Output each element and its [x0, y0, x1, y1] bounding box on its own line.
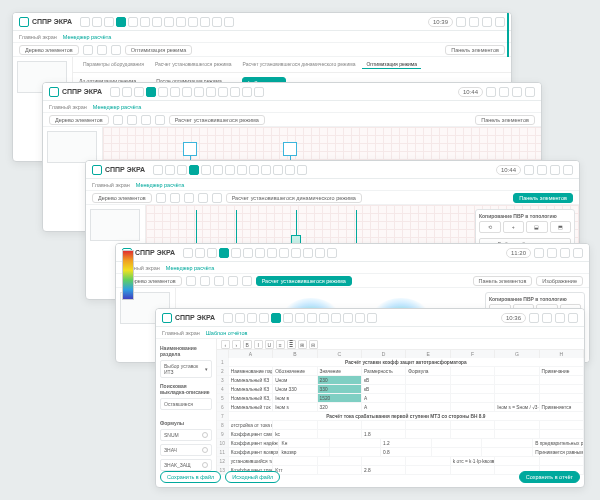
fmt-btn[interactable]: ›	[232, 340, 241, 349]
tool-btn[interactable]	[367, 313, 377, 323]
cell[interactable]: Коэффициент возврата	[229, 448, 280, 456]
panel-btn[interactable]: ⬒	[550, 221, 572, 233]
cell[interactable]: 320	[318, 403, 362, 411]
cell[interactable]: кВ	[362, 385, 406, 393]
table-row[interactable]: 4Номинальный КЗUном 330330кВ	[217, 385, 584, 394]
tool-btn[interactable]	[243, 248, 253, 258]
cell[interactable]	[495, 457, 539, 465]
mini-btn[interactable]	[228, 276, 238, 286]
cell[interactable]	[540, 385, 584, 393]
tool-btn[interactable]	[261, 165, 271, 175]
panel-toggle[interactable]: Панель элементов	[445, 45, 505, 55]
window-btn[interactable]	[542, 313, 552, 323]
source-file-button[interactable]: Исходный файл	[225, 471, 280, 483]
window-btn[interactable]	[534, 248, 544, 258]
tool-btn[interactable]	[188, 17, 198, 27]
mini-btn[interactable]	[155, 115, 165, 125]
window-btn[interactable]	[547, 248, 557, 258]
diagram-node[interactable]	[183, 142, 197, 156]
mini-btn[interactable]	[214, 276, 224, 286]
fmt-btn[interactable]: ⊟	[309, 340, 318, 349]
crumb-item[interactable]: Главный экран	[49, 104, 87, 110]
fmt-btn[interactable]: ⊞	[298, 340, 307, 349]
cell[interactable]	[432, 439, 483, 447]
mini-btn[interactable]	[141, 115, 151, 125]
cell[interactable]	[495, 394, 539, 402]
tool-btn[interactable]	[331, 313, 341, 323]
cell[interactable]	[451, 430, 495, 438]
window-btn[interactable]	[568, 313, 578, 323]
cell[interactable]	[362, 421, 406, 429]
tool-btn[interactable]	[285, 165, 295, 175]
tool-btn[interactable]	[164, 17, 174, 27]
tool-btn[interactable]	[343, 313, 353, 323]
window-btn[interactable]	[524, 165, 534, 175]
window-btn[interactable]	[499, 87, 509, 97]
cell[interactable]: Номинальный КЗ, сила 1	[229, 394, 273, 402]
tool-btn[interactable]	[259, 313, 269, 323]
cell[interactable]	[451, 421, 495, 429]
diagram-node[interactable]	[283, 142, 297, 156]
tool-btn[interactable]	[230, 87, 240, 97]
cell[interactable]	[451, 385, 495, 393]
window-btn[interactable]	[555, 313, 565, 323]
cell[interactable]: Коэффициент надёжности отстройки	[229, 439, 280, 447]
panel-btn[interactable]: ⟲	[479, 221, 501, 233]
window-btn[interactable]	[469, 17, 479, 27]
crumb-item[interactable]: Главный экран	[19, 34, 57, 40]
cell[interactable]	[495, 367, 539, 375]
mini-btn[interactable]	[200, 276, 210, 286]
dropdown-calc[interactable]: Расчет установившегося режима	[169, 115, 265, 125]
window-btn[interactable]	[482, 17, 492, 27]
cell[interactable]: Iном s	[273, 403, 317, 411]
cell[interactable]	[330, 439, 381, 447]
tool-btn[interactable]	[225, 165, 235, 175]
tool-btn[interactable]	[307, 313, 317, 323]
tool-btn[interactable]	[319, 313, 329, 323]
cell[interactable]: Номинальный КЗ	[229, 385, 273, 393]
tab[interactable]: Параметры оборудования	[79, 60, 148, 69]
table-row[interactable]: 11Коэффициент возвратаkвозвр0.8Принимает…	[217, 448, 584, 457]
window-btn[interactable]	[529, 313, 539, 323]
cell[interactable]	[540, 421, 584, 429]
mini-btn[interactable]	[242, 276, 252, 286]
tool-btn[interactable]	[237, 165, 247, 175]
table-row[interactable]: 12установившийся ток, протекающий в мест…	[217, 457, 584, 466]
panel-btn[interactable]: ⬓	[526, 221, 548, 233]
cell[interactable]: А	[362, 394, 406, 402]
dropdown-tree[interactable]: Дерево элементов	[92, 193, 152, 203]
cell[interactable]: Формула	[406, 367, 450, 375]
fmt-bold-btn[interactable]: B	[243, 340, 252, 349]
cell[interactable]	[273, 457, 317, 465]
table-row[interactable]: 2Наименование параметраОбозначениеЗначен…	[217, 367, 584, 376]
crumb-item[interactable]: Главный экран	[162, 330, 200, 336]
cell[interactable]	[495, 430, 539, 438]
cell[interactable]	[406, 385, 450, 393]
tool-btn[interactable]	[128, 17, 138, 27]
dropdown-calc-active[interactable]: Расчет установившегося режима	[256, 276, 352, 286]
tool-btn[interactable]	[231, 248, 241, 258]
tool-btn[interactable]	[255, 248, 265, 258]
mini-btn[interactable]	[212, 193, 222, 203]
crumb-item[interactable]: Менеджер расчёта	[166, 265, 214, 271]
tool-btn[interactable]	[195, 248, 205, 258]
mini-btn[interactable]	[170, 193, 180, 203]
mini-btn[interactable]	[156, 193, 166, 203]
tool-btn[interactable]	[177, 165, 187, 175]
col-header[interactable]: F	[451, 350, 495, 358]
fmt-underline-btn[interactable]: U	[265, 340, 274, 349]
tool-btn[interactable]	[223, 313, 233, 323]
tool-btn[interactable]	[134, 87, 144, 97]
col-header[interactable]: G	[495, 350, 539, 358]
window-btn[interactable]	[512, 87, 522, 97]
tool-btn[interactable]	[182, 87, 192, 97]
tool-btn[interactable]	[201, 165, 211, 175]
cell[interactable]: В предварительных расчётах принята...	[533, 439, 584, 447]
save-file-button[interactable]: Сохранить в файл	[160, 471, 221, 483]
tool-btn[interactable]	[355, 313, 365, 323]
tab[interactable]: Расчет установившегося динамического реж…	[239, 60, 360, 69]
col-header[interactable]: E	[406, 350, 450, 358]
table-row[interactable]: 8отстройка от тока нагрузки в месте уста…	[217, 421, 584, 430]
window-btn[interactable]	[560, 248, 570, 258]
tool-btn[interactable]	[110, 87, 120, 97]
